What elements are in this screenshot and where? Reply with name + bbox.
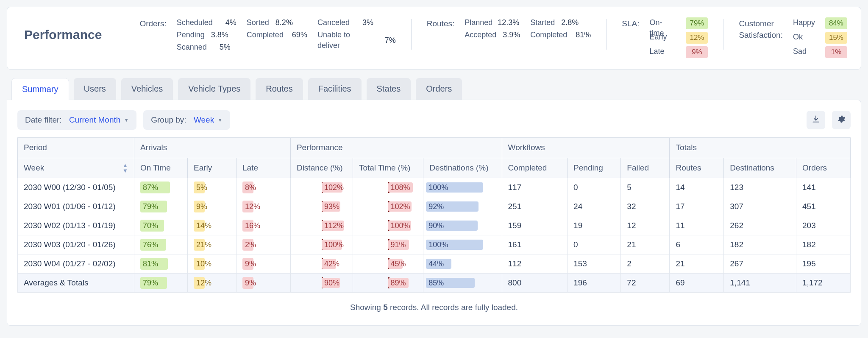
tabs: SummaryUsersVehiclesVehicle TypesRoutesF…: [7, 78, 861, 100]
performance-table: PeriodArrivalsPerformanceWorkflowsTotals…: [17, 137, 851, 293]
column-header[interactable]: Routes: [670, 158, 724, 178]
kpi-badge: 15%: [825, 32, 847, 44]
kpi-value: 12.3%: [498, 17, 519, 28]
column-header[interactable]: Orders: [796, 158, 851, 178]
table-row: 2030 W01 (01/06 - 01/12)79%9%12%93%102%9…: [18, 197, 851, 216]
column-group: Performance: [290, 138, 502, 158]
arrival-bar: 10%: [194, 258, 205, 270]
column-header[interactable]: Early: [187, 158, 236, 178]
arrival-bar: 79%: [140, 277, 167, 289]
table-row: 2030 W03 (01/20 - 01/26)76%21%2%100%91%1…: [18, 235, 851, 254]
performance-bar: 112%: [322, 221, 345, 231]
gear-icon: [837, 115, 846, 126]
chevron-down-icon: ▼: [217, 117, 223, 123]
kpi-row: Scanned5%: [177, 42, 236, 53]
kpi-key: Started: [530, 17, 555, 28]
tab-vehicle-types[interactable]: Vehicle Types: [178, 78, 250, 100]
arrival-bar: 5%: [194, 182, 205, 193]
arrival-bar: 9%: [194, 201, 205, 212]
kpi-key: Canceled: [317, 17, 350, 28]
kpi-row: Pending3.8%: [177, 30, 236, 40]
kpi-routes: Routes: Planned12.3%Accepted3.9% Started…: [427, 17, 591, 40]
tab-users[interactable]: Users: [74, 78, 116, 100]
kpi-row: Completed81%: [530, 30, 591, 40]
arrival-bar: 2%: [242, 239, 253, 251]
column-group: Totals: [670, 138, 851, 158]
kpi-key: On-time: [650, 17, 676, 30]
kpi-key: Early: [650, 32, 676, 45]
kpi-row: Planned12.3%: [465, 17, 520, 28]
kpi-key: Accepted: [465, 30, 496, 40]
column-group: Arrivals: [134, 138, 290, 158]
column-header[interactable]: Distance (%): [290, 158, 353, 178]
column-header[interactable]: Completed: [502, 158, 568, 178]
kpi-orders: Orders: Scheduled4%Pending3.8%Scanned5% …: [139, 17, 395, 53]
tab-orders[interactable]: Orders: [416, 78, 462, 100]
performance-bar: 100%: [388, 221, 411, 231]
kpi-row: Unable to deliver7%: [317, 30, 396, 51]
kpi-row: Accepted3.9%: [465, 30, 520, 40]
arrival-bar: 79%: [140, 201, 167, 212]
performance-bar: 90%: [322, 278, 340, 288]
date-filter-select[interactable]: Date filter: Current Month ▼: [17, 110, 136, 130]
column-header[interactable]: Failed: [621, 158, 670, 178]
kpi-row: Completed69%: [247, 30, 307, 40]
kpi-value: 5%: [212, 42, 231, 53]
performance-bar: 102%: [388, 201, 412, 212]
kpi-value: 3.8%: [210, 30, 228, 40]
page-title: Performance: [24, 17, 108, 44]
kpi-value: 2.8%: [560, 17, 579, 28]
performance-bar: 108%: [388, 182, 413, 193]
chevron-down-icon: ▼: [124, 117, 129, 123]
arrival-bar: 9%: [242, 277, 253, 289]
arrival-bar: 12%: [194, 277, 205, 289]
column-group: Workflows: [502, 138, 670, 158]
kpi-key: Sorted: [247, 17, 269, 28]
destinations-bar: 92%: [426, 201, 479, 212]
kpi-value: 8.2%: [274, 17, 293, 28]
column-header[interactable]: Pending: [568, 158, 621, 178]
tab-states[interactable]: States: [367, 78, 411, 100]
arrival-bar: 9%: [242, 258, 253, 270]
tab-routes[interactable]: Routes: [256, 78, 303, 100]
kpi-value: 3.9%: [501, 30, 520, 40]
kpi-key: Completed: [247, 30, 284, 40]
kpi-value: 69%: [289, 30, 307, 40]
settings-button[interactable]: [832, 111, 851, 129]
column-header[interactable]: Total Time (%): [353, 158, 423, 178]
sort-icon[interactable]: ▲▼: [122, 162, 128, 173]
kpi-sla: SLA: On-timeEarlyLate 79%12%9%: [622, 17, 708, 59]
tab-vehicles[interactable]: Vehicles: [121, 78, 173, 100]
table-row: 2030 W04 (01/27 - 02/02)81%10%9%42%45%44…: [18, 254, 851, 274]
kpi-badge: 9%: [686, 46, 708, 58]
destinations-bar: 100%: [426, 240, 483, 250]
column-header[interactable]: On Time: [134, 158, 187, 178]
arrival-bar: 81%: [140, 258, 168, 270]
toolbar: Date filter: Current Month ▼ Group by: W…: [17, 110, 851, 130]
column-header[interactable]: Destinations: [724, 158, 796, 178]
performance-bar: 100%: [322, 240, 342, 250]
tab-summary[interactable]: Summary: [12, 78, 69, 100]
kpi-badge: 12%: [686, 32, 708, 44]
performance-bar: 89%: [388, 278, 409, 288]
kpi-key: Happy: [793, 17, 815, 30]
arrival-bar: 76%: [140, 239, 166, 251]
kpi-row: Scheduled4%: [177, 17, 236, 28]
column-header[interactable]: Week▲▼: [18, 158, 134, 178]
arrival-bar: 87%: [140, 182, 170, 193]
group-by-select[interactable]: Group by: Week ▼: [143, 110, 230, 130]
destinations-bar: 85%: [426, 278, 475, 288]
destinations-bar: 100%: [426, 182, 483, 193]
performance-bar: 45%: [388, 259, 403, 269]
kpi-key: Late: [650, 46, 676, 59]
column-header[interactable]: Destinations (%): [423, 158, 502, 178]
kpi-value: 7%: [377, 35, 396, 46]
column-header[interactable]: Late: [236, 158, 291, 178]
totals-row: Averages & Totals79%12%9%90%89%85%800196…: [18, 274, 851, 293]
performance-bar: 93%: [322, 201, 341, 212]
download-button[interactable]: [807, 111, 825, 129]
tab-facilities[interactable]: Facilities: [308, 78, 362, 100]
kpi-key: Completed: [530, 30, 567, 40]
kpi-value: 3%: [355, 17, 373, 28]
kpi-key: Planned: [465, 17, 492, 28]
